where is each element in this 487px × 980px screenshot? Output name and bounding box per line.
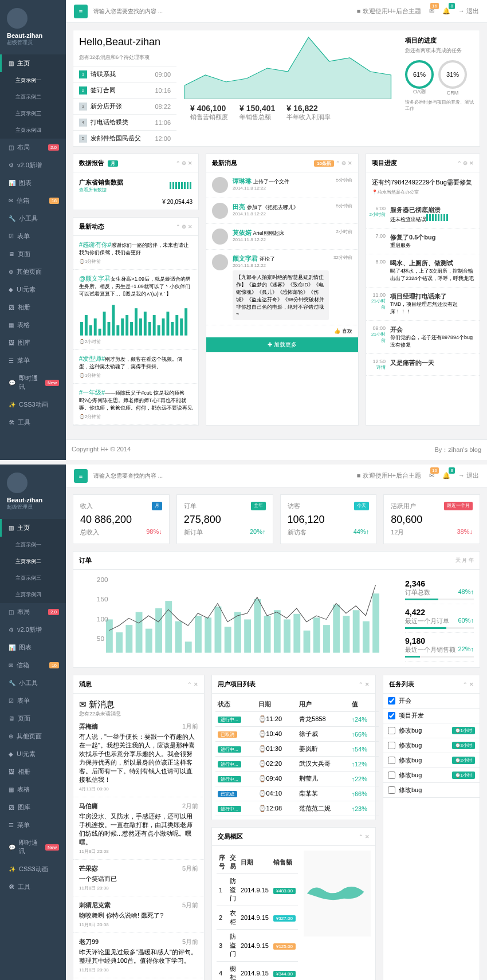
- task-item[interactable]: 修改bug⌚1小时: [383, 768, 480, 783]
- table-row[interactable]: 进行中...⌚09:40荆莹儿↑22%: [215, 772, 379, 786]
- todo-item[interactable]: 5发邮件给国民岳父12:00: [73, 130, 176, 146]
- dyn-item: #发型师#刚才剪发，颜客在看这个视频。偶蛋，这种笑太销魂了，笑得手抖抖。⌚1分钟…: [73, 350, 198, 384]
- load-more-button[interactable]: ✚ 加载更多: [206, 337, 358, 352]
- task-checkbox[interactable]: [388, 712, 395, 719]
- nav-tools[interactable]: 🛠 工具: [0, 414, 66, 431]
- table-row[interactable]: 进行中...⌚02:20武汉大兵哥↑12%: [215, 757, 379, 772]
- nav-charts[interactable]: 📊 图表: [0, 174, 66, 192]
- feed-avatar[interactable]: [212, 203, 228, 219]
- report-link[interactable]: 查看所有数据: [79, 187, 123, 193]
- todo-item[interactable]: 4打电话给蝶类11:06: [73, 114, 176, 130]
- nav-tables[interactable]: ▦ 表格: [0, 316, 66, 334]
- tl-item: 6:002小时前服务器已彻底崩溃还未检查出错误: [366, 201, 480, 229]
- nav-im[interactable]: 💬 即时通讯New: [0, 369, 66, 396]
- msg-item[interactable]: 弄梅嫡1月前有人说，"一举手便长：要跟一个有趣的人在一起"。我想关注我的人，应该…: [73, 718, 204, 797]
- table-row[interactable]: 4橱柜2014.9.15¥344.00: [217, 962, 298, 981]
- nav-forms[interactable]: ☑ 表单: [0, 227, 66, 245]
- msg-item[interactable]: 芒果宓5月前一个笑话而已11月8日 20:08: [73, 860, 204, 896]
- task-item[interactable]: 修改bug: [383, 783, 480, 798]
- svg-rect-7: [108, 322, 111, 336]
- menu-toggle[interactable]: ≡: [74, 5, 88, 18]
- orders-tabs[interactable]: 天 月 年: [455, 557, 474, 564]
- nav-menus[interactable]: ☰ 菜单: [0, 352, 66, 369]
- search-input[interactable]: [93, 8, 351, 14]
- nav-home[interactable]: ▥ 主页: [0, 54, 66, 72]
- nav: ▥ 主页 主页示例一 主页示例二 主页示例三 主页示例四 ◫ 布局2.0 ⚙ v…: [0, 54, 66, 431]
- table-row[interactable]: 进行中...⌚11:20青龙5858↑24%: [215, 712, 379, 727]
- nav-css3[interactable]: ✨ CSS3动画: [0, 396, 66, 414]
- task-item[interactable]: 开会: [383, 694, 480, 709]
- svg-rect-16: [148, 322, 151, 336]
- nav-mail[interactable]: ✉ 信箱16: [0, 192, 66, 210]
- user-name: Beaut-zihan: [7, 32, 59, 39]
- avatar[interactable]: [7, 8, 28, 29]
- task-checkbox[interactable]: [388, 786, 395, 794]
- todo-item[interactable]: 3新分店开张08:22: [73, 98, 176, 114]
- hero-chart: ¥ 406,100销售营销额度 ¥ 150,401年销售总额 ¥ 16,822半…: [183, 30, 392, 146]
- task-item[interactable]: 项目开发: [383, 709, 480, 723]
- table-row[interactable]: 进行中...⌚12:08范范范二妮↑23%: [215, 801, 379, 816]
- notif-icon[interactable]: ✉: [429, 7, 434, 15]
- nav-pages[interactable]: 🖥 页面: [0, 245, 66, 263]
- nav-ui[interactable]: ◆ UI元素: [0, 281, 66, 298]
- task-item[interactable]: 修改bug⌚3小时: [383, 738, 480, 753]
- panel-tools[interactable]: ⌃ ⚙ ✕: [176, 160, 193, 166]
- feed-item: 田亮 参加了《把把去哪儿》2014.11.8 12:225分钟前: [206, 198, 358, 224]
- task-checkbox[interactable]: [388, 727, 395, 734]
- task-item[interactable]: 修改bug⌚1小时: [383, 723, 480, 738]
- like-button[interactable]: 👍 喜欢: [206, 325, 358, 337]
- task-checkbox[interactable]: [388, 742, 395, 749]
- table-row[interactable]: 2衣柜2014.9.15¥327.00: [217, 906, 298, 930]
- feed-avatar[interactable]: [212, 229, 228, 245]
- todo-item[interactable]: 1请联系我09:00: [73, 66, 176, 82]
- svg-rect-24: [184, 308, 187, 336]
- task-checkbox[interactable]: [388, 757, 395, 764]
- svg-rect-37: [225, 627, 231, 652]
- nav-home4[interactable]: 主页示例四: [0, 122, 66, 139]
- trans-panel: 交易概区⌃ ✕ 序号交易日期销售额1防盗门2014.9.15¥483.002衣柜…: [211, 827, 376, 980]
- world-map: [304, 851, 371, 936]
- nav2-home[interactable]: ▥ 主页: [0, 519, 66, 537]
- nav-home1[interactable]: 主页示例一: [0, 72, 66, 89]
- todo-item[interactable]: 2签订合同10:16: [73, 82, 176, 98]
- nav-home3[interactable]: 主页示例三: [0, 105, 66, 122]
- table-row[interactable]: 进行中...⌚01:30姜岚昕↑54%: [215, 742, 379, 757]
- nav-widgets[interactable]: 🔧 小工具: [0, 210, 66, 227]
- nav-v2[interactable]: ⚙ v2.0新增: [0, 156, 66, 174]
- nav-layout[interactable]: ◫ 布局2.0: [0, 139, 66, 156]
- nav-gallery[interactable]: 🖼 图库: [0, 334, 66, 352]
- svg-text:50: 50: [97, 635, 105, 643]
- msg-icon[interactable]: 🔔: [442, 7, 450, 15]
- svg-rect-31: [165, 601, 172, 652]
- feed-avatar[interactable]: [212, 177, 228, 193]
- tl-item: 8:00喝水、上厕所、做测试喝了4杯水，上了3次厕所，控制台输出出了2324个错…: [366, 254, 480, 288]
- donut-crm: 31%CRM: [438, 60, 467, 89]
- svg-text:100: 100: [97, 615, 108, 623]
- table-row[interactable]: 已取消⌚10:40徐子威↑66%: [215, 727, 379, 742]
- menu-toggle-2[interactable]: ≡: [74, 469, 88, 483]
- logout-link[interactable]: → 退出: [458, 7, 479, 15]
- footer: Copyright H+ © 2014By：zihan's blog: [66, 439, 487, 460]
- msg-item[interactable]: 刺猬尼克索5月前吻咬舞咧 你特么说啥! 蠢死了?11月8日 20:08: [73, 896, 204, 933]
- nav-home2[interactable]: 主页示例二: [0, 89, 66, 105]
- feed-item: 莫依婼 Ariel刚刚起床2014.11.8 12:222小时前: [206, 224, 358, 250]
- stat-card: 订单全年275,800新订单20%↑: [176, 494, 273, 544]
- footer-link[interactable]: By：zihan's blog: [434, 446, 481, 454]
- table-row[interactable]: 已完成⌚04:10栾某某↑66%: [215, 786, 379, 801]
- feed-item: 颜文字君 评论了2014.11.8 12:22【九部令人拍案叫绝的智慧悬疑剧情佳…: [206, 250, 358, 325]
- table-row[interactable]: 3防盗门2014.9.15¥125.00: [217, 930, 298, 962]
- nav-other[interactable]: ⊕ 其他页面: [0, 263, 66, 281]
- svg-rect-8: [112, 305, 115, 335]
- svg-rect-25: [106, 619, 113, 652]
- msg-item[interactable]: 老刀995月前昨天评论里见过最多"温暖和感人"的评句。整理其中经典100首。值得…: [73, 933, 204, 978]
- task-checkbox[interactable]: [388, 697, 395, 705]
- task-checkbox[interactable]: [388, 772, 395, 779]
- table-row[interactable]: 1防盗门2014.9.15¥483.00: [217, 874, 298, 906]
- msg-item[interactable]: 马伯庸2月前牢房没水、又防水，手感还好，还可以用手机连按。一直在敲打群，由其类顾…: [73, 797, 204, 860]
- svg-rect-17: [153, 315, 156, 336]
- task-item[interactable]: 修改bug⌚2小时: [383, 753, 480, 768]
- task-panel: 任务列表⌃ ✕ 开会 项目开发 修改bug⌚1小时 修改bug⌚3小时 修改bu…: [383, 675, 480, 980]
- svg-rect-43: [284, 619, 290, 652]
- feed-avatar[interactable]: [212, 254, 228, 270]
- nav-albums[interactable]: 🖼 相册: [0, 298, 66, 316]
